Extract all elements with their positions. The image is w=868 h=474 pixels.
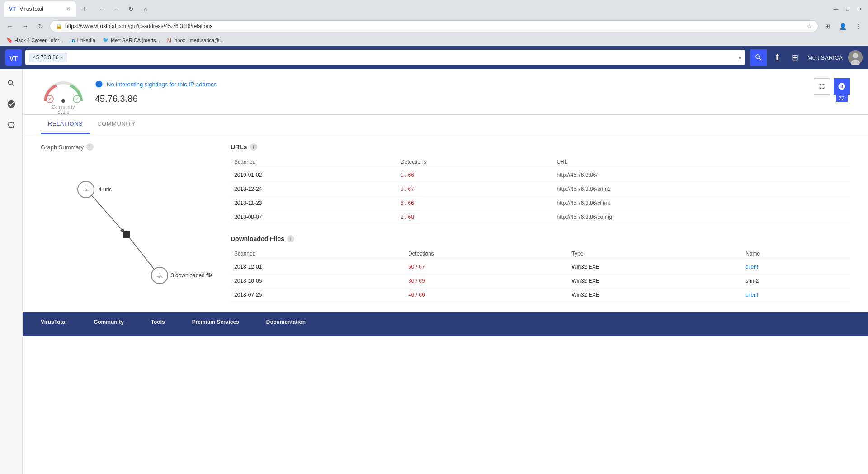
bookmarks-bar: 🔖 Hack 4 Career: Infor... in LinkedIn 🐦 … [0,35,868,46]
bookmark-star-icon[interactable]: ☆ [807,23,812,30]
urls-table-row: 2018-08-07 2 / 68 http://45.76.3.86/conf… [231,210,850,224]
file-name-1: srim2 [745,278,759,284]
file-type-0: Win32 EXE [568,260,742,274]
url-link-1[interactable]: http://45.76.3.86/srim2 [553,182,850,196]
footer-col-virustotal: VirusTotal [41,319,67,329]
file-type-1: Win32 EXE [568,274,742,288]
forward-button-2[interactable]: → [19,20,32,33]
vt-footer: VirusTotal Community Tools Premium Servi… [23,312,868,336]
gauge-label: CommunityScore [52,104,75,114]
file-name-link-2[interactable]: client [745,292,758,298]
bookmark-gmail[interactable]: M Inbox - mert.sarica@... [165,37,226,44]
linkedin-icon: in [71,38,75,43]
url-scanned-3: 2018-08-07 [231,210,397,224]
twitter-icon: 🐦 [103,37,109,43]
svg-text:✓: ✓ [75,97,79,102]
graph-summary: Graph Summary i [41,143,212,303]
footer-col-community: Community [94,319,124,329]
maximize-button[interactable]: □ [843,4,853,14]
sidebar-search-icon[interactable] [3,75,20,92]
graph-info-icon[interactable]: i [86,143,94,151]
files-table: Scanned Detections Type Name 2018-12-01 … [231,248,850,302]
profile-button[interactable]: 👤 [836,20,849,33]
sidebar-virus-icon[interactable] [3,116,20,133]
gmail-icon: M [167,38,171,43]
bookmark-twitter[interactable]: 🐦 Mert SARICA (merts... [100,36,163,44]
search-button[interactable] [750,49,767,66]
downloaded-files-header: Downloaded Files i [231,235,850,242]
dropdown-icon[interactable]: ▾ [738,54,741,61]
zz-badge: ZZ [836,95,847,102]
refresh-button-2[interactable]: ↻ [34,20,47,33]
back-button-2[interactable]: ← [4,20,16,33]
bookmark-icon: 🔖 [6,37,13,43]
url-link-3[interactable]: http://45.76.3.86/config [553,210,850,224]
extensions-btn[interactable]: ⊞ [821,20,834,33]
upload-button[interactable]: ⬆ [770,51,784,64]
tab-close[interactable]: ✕ [66,6,71,12]
vt-sidebar [0,69,23,474]
lock-icon: 🔒 [56,23,62,29]
home-button[interactable]: ⌂ [139,3,152,15]
svg-text:VT: VT [9,55,18,62]
address-bar[interactable]: 🔒 https://www.virustotal.com/gui/ip-addr… [50,20,818,32]
search-input[interactable] [70,54,736,61]
address-bar-row: ← → ↻ 🔒 https://www.virustotal.com/gui/i… [0,18,868,35]
downloaded-files-title: Downloaded Files [231,235,284,242]
grid-button[interactable]: ⊞ [788,51,802,64]
tab-community[interactable]: COMMUNITY [90,115,143,134]
refresh-button[interactable]: ↻ [125,3,137,15]
file-name-link-0[interactable]: client [745,264,758,270]
files-col-detections: Detections [405,248,568,260]
file-detections-1: 36 / 69 [405,274,568,288]
ip-address-display: 45.76.3.86 [95,94,805,104]
tab-title: VirusTotal [19,6,43,12]
files-info-icon[interactable]: i [287,235,294,242]
expand-button[interactable] [814,78,830,95]
user-avatar[interactable] [848,50,863,65]
tab-relations[interactable]: RELATIONS [41,115,90,134]
file-detections-2: 46 / 66 [405,288,568,302]
file-name-cell-0: client [742,260,850,274]
url-scanned-2: 2018-11-23 [231,196,397,210]
footer-title-community: Community [94,319,124,325]
urls-info-icon[interactable]: i [250,143,257,151]
url-detections-1: 8 / 67 [397,182,553,196]
urls-section: URLs i Scanned Detections URL [231,143,850,224]
minimize-button[interactable]: — [831,4,841,14]
sidebar-settings-icon[interactable] [3,95,20,113]
svg-text:files: files [157,275,163,279]
url-link-0[interactable]: http://45.76.3.86/ [553,168,850,182]
footer-title-docs: Documentation [266,319,306,325]
file-name-cell-2: client [742,288,850,302]
forward-button[interactable]: → [110,3,123,15]
tab-favicon: VT [9,6,16,12]
search-tag-close[interactable]: × [61,55,63,60]
file-detections-0: 50 / 67 [405,260,568,274]
vt-body: ✕ ✓ CommunityScore No interesting sight [0,69,868,474]
urls-table-row: 2018-12-24 8 / 67 http://45.76.3.86/srim… [231,182,850,196]
action-active-button[interactable] [834,78,850,95]
svg-text:3 downloaded files: 3 downloaded files [171,272,212,279]
back-button[interactable]: ← [96,3,108,15]
file-name-cell-1: srim2 [742,274,850,288]
close-window-button[interactable]: ✕ [854,4,864,14]
bookmark-hack4career[interactable]: 🔖 Hack 4 Career: Infor... [4,36,66,44]
ip-notice-text: No interesting sightings for this IP add… [107,81,217,88]
url-link-2[interactable]: http://45.76.3.86/client [553,196,850,210]
svg-text:urls: urls [83,189,89,192]
files-col-name: Name [742,248,850,260]
url-detections-0: 1 / 66 [397,168,553,182]
bookmark-linkedin[interactable]: in LinkedIn [68,37,98,44]
url-detections-3: 2 / 68 [397,210,553,224]
svg-text:4 urls: 4 urls [99,186,112,193]
url-display: https://www.virustotal.com/gui/ip-addres… [65,23,803,29]
search-tag[interactable]: 45.76.3.86 × [29,53,67,62]
graph-canvas: ⊞ urls 4 urls ↓ files 3 downloaded files [41,158,212,303]
vt-search-bar[interactable]: 45.76.3.86 × ▾ [25,50,745,65]
vt-app: VT 45.76.3.86 × ▾ ⬆ ⊞ Mert SARICA [0,46,868,474]
more-menu-button[interactable]: ⋮ [852,20,864,33]
new-tab-button[interactable]: + [78,3,90,15]
browser-tab[interactable]: VT VirusTotal ✕ [4,1,76,17]
urls-col-url: URL [553,156,850,168]
